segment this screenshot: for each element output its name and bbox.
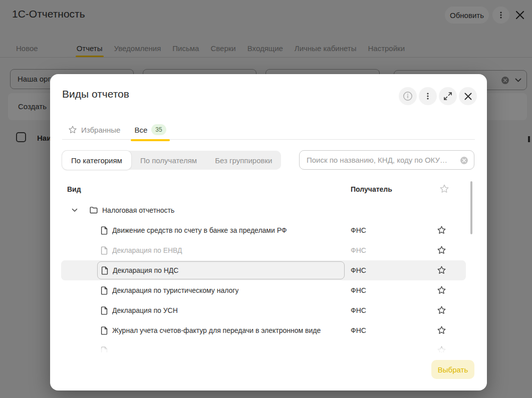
dialog-tab-divider [62, 139, 475, 140]
column-kind: Вид [67, 185, 81, 193]
info-button[interactable] [399, 87, 417, 105]
expand-icon [443, 92, 452, 101]
report-row[interactable]: Декларация по туристическому налогу ФНС [61, 280, 466, 300]
report-name-cell[interactable]: Декларация по УСН [97, 301, 345, 319]
document-icon [101, 346, 108, 353]
dialog-title: Виды отчетов [62, 88, 129, 100]
close-icon [464, 92, 472, 101]
select-button[interactable]: Выбрать [431, 360, 474, 379]
report-name: Декларация по ЕНВД [112, 246, 182, 254]
document-icon [101, 286, 108, 295]
column-favorite-star-icon [439, 184, 449, 194]
report-recipient: ФНС [351, 226, 366, 234]
tab-all[interactable]: Все 35 [134, 124, 166, 135]
report-row[interactable]: Декларация по НДС ФНС [61, 260, 466, 280]
favorite-star-icon[interactable] [437, 345, 446, 352]
report-name-cell[interactable] [97, 341, 345, 352]
group-row-tax-reporting[interactable]: Налоговая отчетность [61, 200, 466, 220]
report-row[interactable]: Декларация по ЕНВД ФНС [61, 240, 466, 260]
group-label: Налоговая отчетность [102, 206, 174, 214]
document-icon [101, 266, 108, 275]
tab-all-label: Все [134, 126, 147, 134]
report-name-cell[interactable]: Декларация по НДС [97, 261, 345, 279]
expand-button[interactable] [439, 87, 457, 105]
list-scrollbar[interactable] [470, 181, 472, 234]
document-icon [101, 326, 108, 335]
report-recipient: ФНС [351, 286, 366, 294]
favorite-star-icon[interactable] [437, 325, 446, 335]
column-recipient: Получатель [351, 185, 392, 193]
info-icon [403, 91, 413, 101]
dialog-tab-bar: Избранные Все 35 [68, 124, 166, 135]
report-name: Движение средств по счету в банке за пре… [112, 226, 287, 234]
document-icon [101, 306, 108, 315]
report-name-cell[interactable]: Движение средств по счету в банке за пре… [97, 221, 345, 239]
favorite-star-icon[interactable] [437, 265, 446, 275]
kebab-icon [424, 92, 432, 100]
report-types-dialog: Виды отчетов Избранные Все 35 По категор… [50, 74, 487, 390]
count-badge: 35 [151, 124, 166, 135]
report-recipient: ФНС [351, 246, 366, 254]
report-recipient: ФНС [351, 326, 366, 334]
report-recipient: ФНС [351, 266, 366, 274]
favorite-star-icon[interactable] [437, 245, 446, 255]
folder-icon [90, 206, 98, 214]
dialog-close-button[interactable] [459, 87, 477, 105]
report-row[interactable]: Декларация по УСН ФНС [61, 300, 466, 320]
report-row[interactable]: Движение средств по счету в банке за пре… [61, 220, 466, 240]
star-icon [68, 125, 77, 134]
report-name-cell[interactable]: Декларация по туристическому налогу [97, 281, 345, 299]
favorite-star-icon[interactable] [437, 225, 446, 235]
chevron-down-icon[interactable] [71, 207, 78, 214]
segment-by-category[interactable]: По категориям [62, 151, 131, 170]
tab-favorites-label: Избранные [81, 126, 120, 134]
favorite-star-icon[interactable] [437, 285, 446, 295]
report-name-cell[interactable]: Журнал учета счетов-фактур для передачи … [97, 321, 345, 339]
report-name: Журнал учета счетов-фактур для передачи … [112, 326, 321, 334]
report-name: Декларация по УСН [112, 306, 178, 314]
report-name: Декларация по туристическому налогу [112, 286, 238, 294]
grouping-segmented-control: По категориям По получателям Без группир… [62, 151, 281, 170]
segment-no-grouping[interactable]: Без группировки [206, 151, 281, 170]
document-icon [101, 226, 108, 235]
document-icon [101, 246, 108, 255]
report-list: Налоговая отчетность Движение средств по… [61, 200, 466, 352]
clear-search-icon[interactable] [460, 156, 468, 165]
tab-favorites[interactable]: Избранные [68, 125, 120, 134]
report-name-cell[interactable]: Декларация по ЕНВД [97, 241, 345, 259]
report-name: Декларация по НДС [113, 266, 178, 274]
report-search-field [299, 150, 474, 170]
search-input[interactable] [300, 151, 474, 169]
favorite-star-icon[interactable] [437, 305, 446, 315]
segment-by-recipient[interactable]: По получателям [131, 151, 206, 170]
dialog-kebab-button[interactable] [419, 87, 437, 105]
report-recipient: ФНС [351, 306, 366, 314]
report-row[interactable] [61, 340, 466, 352]
report-row[interactable]: Журнал учета счетов-фактур для передачи … [61, 320, 466, 340]
